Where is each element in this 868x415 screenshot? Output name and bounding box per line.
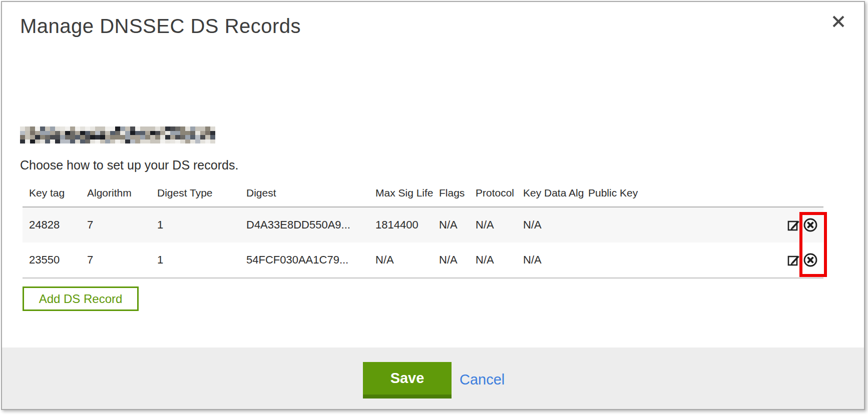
modal-footer: Save Cancel [2,348,864,409]
table-row: 235507154FCF030AA1C79...N/AN/AN/AN/A [23,242,823,278]
edit-pencil-icon [787,226,800,234]
add-ds-record-button[interactable]: Add DS Record [23,286,139,311]
table-cell: 24828 [23,218,87,232]
edit-record-button[interactable] [787,218,800,232]
table-cell: N/A [476,218,523,232]
table-cell: 1 [157,254,246,266]
table-cell: N/A [439,254,476,266]
table-cell: 23550 [23,254,87,266]
table-cell: N/A [439,218,476,232]
table-header-row: Key tagAlgorithmDigest TypeDigestMax Sig… [23,186,823,208]
table-cell: 7 [87,218,157,232]
table-cell: N/A [375,254,439,266]
column-header: Protocol [476,186,523,199]
table-cell: D4A33E8DD550A9... [246,218,375,232]
table-row: 2482871D4A33E8DD550A9...1814400N/AN/AN/A [23,208,823,242]
edit-record-button[interactable] [787,254,800,267]
circle-x-icon [803,226,818,234]
table-body: 2482871D4A33E8DD550A9...1814400N/AN/AN/A… [23,208,823,278]
column-header: Digest [246,186,375,199]
edit-pencil-icon [787,261,800,268]
column-header: Key Data Alg [523,186,588,199]
table-cell: N/A [523,218,588,232]
table-cell: 7 [87,254,157,266]
ds-records-table: Key tagAlgorithmDigest TypeDigestMax Sig… [23,186,823,278]
table-cell: N/A [523,254,588,266]
table-cell: 54FCF030AA1C79... [246,254,375,266]
page-title: Manage DNSSEC DS Records [20,15,301,38]
delete-record-button[interactable] [803,218,818,232]
column-header: Digest Type [157,186,246,199]
circle-x-icon [803,262,818,269]
close-icon[interactable] [831,14,846,29]
save-button[interactable]: Save [363,362,452,398]
redacted-domain-name [20,126,215,144]
table-cell: N/A [476,254,523,266]
column-header: Key tag [23,186,87,199]
column-header: Flags [439,186,476,199]
table-cell: 1814400 [375,218,439,232]
dnssec-modal: Manage DNSSEC DS Records Choose how to s… [1,1,865,410]
delete-record-button[interactable] [803,252,818,268]
instruction-text: Choose how to set up your DS records. [20,158,238,172]
cancel-link[interactable]: Cancel [460,362,505,398]
column-header: Max Sig Life [375,186,439,199]
column-header: Algorithm [87,186,157,199]
column-header: Public Key [588,186,823,199]
table-cell: 1 [157,218,246,232]
